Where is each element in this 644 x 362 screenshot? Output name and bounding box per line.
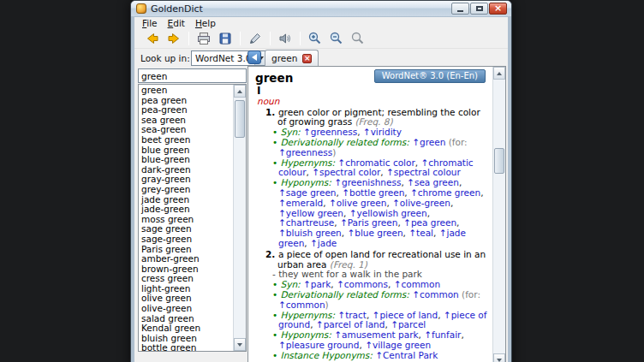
word-list-item[interactable]: sage-green — [139, 234, 233, 245]
article-link[interactable]: ↑chrome green — [410, 187, 480, 198]
window-title: GoldenDict — [151, 3, 203, 15]
word-list-item[interactable]: light-green — [139, 284, 233, 294]
article-link[interactable]: ↑chartreuse — [278, 217, 334, 228]
article-link[interactable]: ↑Paris green — [340, 217, 397, 228]
tab-nav-button[interactable] — [247, 50, 261, 64]
article-link[interactable]: ↑yellow green — [278, 208, 343, 218]
menubar: FileEditHelp — [134, 17, 508, 29]
article-link[interactable]: ↑spectral colour — [386, 167, 461, 177]
word-list-item[interactable]: sea green — [139, 116, 233, 126]
scroll-down-icon[interactable] — [234, 338, 246, 351]
word-list-item[interactable]: pea-green — [139, 105, 233, 116]
article-link[interactable]: ↑village green — [365, 340, 431, 350]
article-link[interactable]: ↑chromatic color — [337, 157, 414, 168]
article-link[interactable]: ↑parcel of land — [316, 319, 385, 329]
scroll-down-icon[interactable] — [493, 353, 505, 362]
article-link[interactable]: ↑olive-green — [392, 198, 450, 208]
word-list-item[interactable]: Kendal green — [139, 323, 233, 334]
word-list-item[interactable]: bluish green — [139, 334, 233, 344]
word-list-item[interactable]: grey-green — [139, 185, 233, 195]
article-link[interactable]: ↑blue green — [347, 228, 402, 238]
article-text-label: Instance Hyponyms: — [281, 350, 376, 360]
article-link[interactable]: ↑bluish green — [278, 228, 342, 238]
word-list-scroll-thumb[interactable] — [235, 100, 245, 138]
tab-close-button[interactable]: × — [302, 54, 312, 63]
word-list-item[interactable]: jade green — [139, 195, 233, 205]
word-list-item[interactable]: brown-green — [139, 264, 233, 275]
zoom-reset-button[interactable] — [349, 30, 367, 47]
word-list-item[interactable]: pea green — [139, 96, 233, 106]
article-link[interactable]: ↑Central Park — [375, 350, 438, 360]
article-text-label: Hypernyms: — [281, 157, 338, 168]
word-list-item[interactable]: beet green — [139, 135, 233, 145]
word-list-item[interactable]: amber-green — [139, 254, 233, 264]
close-button[interactable]: × — [489, 3, 507, 15]
article-link[interactable]: ↑viridity — [363, 127, 402, 137]
pronounce-button[interactable] — [276, 30, 295, 47]
article-scroll-thumb[interactable] — [494, 148, 504, 174]
article-link[interactable]: ↑pea green — [403, 217, 456, 228]
article-link[interactable]: ↑commons — [337, 279, 388, 289]
article-link[interactable]: ↑olive green — [329, 198, 386, 208]
article-link[interactable]: ↑piece of land — [373, 310, 438, 320]
word-list-item[interactable]: gray-green — [139, 175, 233, 185]
scroll-up-icon[interactable] — [493, 67, 505, 80]
word-list-item[interactable]: olive-green — [139, 304, 233, 314]
article-link[interactable]: ↑amusement park — [334, 329, 418, 340]
menu-file[interactable]: File — [137, 18, 163, 28]
search-input[interactable] — [138, 68, 247, 83]
article-link[interactable]: ↑parcel — [391, 319, 426, 329]
minimize-button[interactable] — [451, 3, 469, 15]
print-button[interactable] — [194, 30, 213, 47]
article-scrollbar[interactable] — [492, 67, 505, 362]
article-link[interactable]: ↑pleasure ground — [278, 340, 359, 350]
dictionary-badge[interactable]: WordNet® 3.0 (En-En) — [374, 69, 486, 83]
word-list-item[interactable]: sea-green — [139, 125, 233, 135]
article-link[interactable]: ↑emerald — [278, 198, 323, 208]
article-link[interactable]: ↑sage green — [278, 187, 337, 198]
word-list-item[interactable]: olive green — [139, 294, 233, 304]
word-list-item[interactable]: blue-green — [139, 155, 233, 165]
article-link[interactable]: ↑tract — [337, 310, 367, 320]
article-link[interactable]: ↑greenishness — [334, 177, 401, 187]
forward-button[interactable] — [164, 30, 183, 47]
article-link[interactable]: ↑greenness — [303, 127, 357, 137]
article-link[interactable]: ↑bottle green — [342, 187, 404, 198]
article-link[interactable]: ↑common — [394, 279, 441, 289]
article-text-num: 1. — [265, 107, 278, 117]
scroll-up-icon[interactable] — [234, 85, 246, 98]
tab-green[interactable]: green × — [265, 50, 319, 66]
article-text-bullet: • — [272, 157, 281, 168]
menu-edit[interactable]: Edit — [163, 18, 190, 28]
zoom-out-button[interactable] — [327, 30, 346, 47]
article-text-label: Syn: — [281, 127, 303, 137]
word-list-item[interactable]: green — [139, 86, 233, 96]
titlebar[interactable]: GoldenDict × — [131, 1, 511, 16]
maximize-button[interactable] — [470, 3, 488, 15]
word-list-item[interactable]: Paris green — [139, 245, 233, 255]
word-list-item[interactable]: blue green — [139, 145, 233, 156]
word-list-item[interactable]: dark-green — [139, 165, 233, 175]
menu-help[interactable]: Help — [190, 18, 221, 28]
zoom-in-button[interactable] — [306, 30, 325, 47]
back-button[interactable] — [143, 30, 162, 47]
article-text-gray: ) — [332, 147, 336, 157]
article-link[interactable]: ↑spectral color — [312, 167, 380, 177]
word-list-item[interactable]: bottle green — [139, 343, 233, 351]
scan-popup-button[interactable] — [246, 30, 265, 47]
word-list-item[interactable]: moss green — [139, 215, 233, 225]
article-text-link: ↑common — [278, 300, 325, 310]
word-list-item[interactable]: jade-green — [139, 205, 233, 215]
article-link[interactable]: ↑teal — [408, 228, 433, 238]
word-list-scrollbar[interactable] — [233, 85, 246, 351]
article-link[interactable]: ↑jade — [310, 238, 337, 248]
word-list-item[interactable]: salad green — [139, 314, 233, 324]
word-list-item[interactable]: sage green — [139, 224, 233, 234]
save-article-button[interactable] — [216, 30, 235, 47]
article-link[interactable]: ↑yellowish green — [349, 208, 427, 218]
word-list-item[interactable]: cress green — [139, 274, 233, 284]
article-link[interactable]: ↑sea green — [407, 177, 459, 187]
article-link[interactable]: ↑funfair — [424, 329, 461, 340]
article-text-label: Hyponyms: — [281, 329, 335, 340]
article-link[interactable]: ↑park — [303, 279, 331, 289]
